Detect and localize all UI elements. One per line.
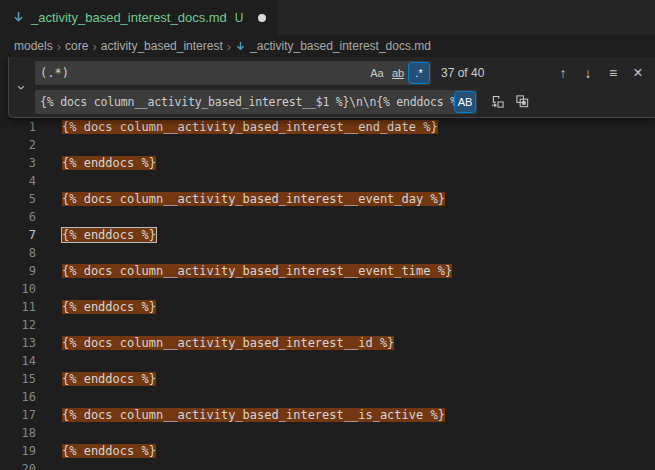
code-line[interactable]: 10	[0, 280, 655, 298]
line-text[interactable]: {% enddocs %}	[62, 226, 157, 244]
line-number: 11	[0, 298, 36, 316]
line-number: 16	[0, 388, 36, 406]
code-line[interactable]: 20	[0, 460, 655, 470]
chevron-right-icon: ›	[227, 39, 231, 54]
find-match-highlight: {% enddocs %}	[62, 372, 156, 386]
line-text[interactable]: {% enddocs %}	[62, 154, 156, 172]
code-line[interactable]: 5{% docs column__activity_based_interest…	[0, 190, 655, 208]
line-number: 20	[0, 460, 36, 470]
line-text[interactable]: {% docs column__activity_based_interest_…	[62, 334, 394, 352]
editor: › Aa ab .* 37 of 40 ↑ ↓ ≡ × AB	[0, 57, 655, 470]
line-text[interactable]: {% enddocs %}	[62, 370, 156, 388]
code-line[interactable]: 12	[0, 316, 655, 334]
replace-row: AB	[35, 90, 649, 114]
match-case-toggle[interactable]: Aa	[367, 63, 387, 83]
code-line[interactable]: 4	[0, 172, 655, 190]
unsaved-changes-dot-icon[interactable]	[258, 14, 266, 22]
find-match-highlight: {% enddocs %}	[62, 228, 156, 242]
selection-icon: ≡	[609, 65, 617, 81]
text-cursor	[156, 228, 158, 243]
line-number: 18	[0, 424, 36, 442]
replace-all-icon	[515, 94, 530, 109]
find-match-highlight: {% enddocs %}	[62, 444, 156, 458]
find-match-highlight: {% docs column__activity_based_interest_…	[62, 408, 445, 422]
replace-all-button[interactable]	[511, 91, 533, 113]
breadcrumb-item-file[interactable]: _activity_based_interest_docs.md	[235, 39, 431, 53]
line-number: 9	[0, 262, 36, 280]
replace-input[interactable]	[35, 95, 454, 109]
toggle-replace-button[interactable]: ›	[9, 57, 35, 117]
line-number: 19	[0, 442, 36, 460]
close-find-button[interactable]: ×	[627, 62, 649, 84]
code-line[interactable]: 19{% enddocs %}	[0, 442, 655, 460]
next-match-button[interactable]: ↓	[577, 62, 599, 84]
line-number: 6	[0, 208, 36, 226]
code-line[interactable]: 11{% enddocs %}	[0, 298, 655, 316]
line-number: 10	[0, 280, 36, 298]
match-count: 37 of 40	[441, 66, 484, 80]
code-line[interactable]: 7{% enddocs %}	[0, 226, 655, 244]
code-line[interactable]: 15{% enddocs %}	[0, 370, 655, 388]
line-number: 15	[0, 370, 36, 388]
markdown-file-icon	[235, 41, 246, 52]
arrow-up-icon: ↑	[560, 65, 567, 81]
code-line[interactable]: 13{% docs column__activity_based_interes…	[0, 334, 655, 352]
line-text[interactable]: {% docs column__activity_based_interest_…	[62, 406, 445, 424]
code-line[interactable]: 14	[0, 352, 655, 370]
line-text[interactable]: {% docs column__activity_based_interest_…	[62, 190, 445, 208]
find-match-highlight: {% docs column__activity_based_interest_…	[62, 264, 452, 278]
code-line[interactable]: 9{% docs column__activity_based_interest…	[0, 262, 655, 280]
line-text[interactable]: {% docs column__activity_based_interest_…	[62, 118, 438, 136]
line-text[interactable]: {% enddocs %}	[62, 298, 156, 316]
find-input[interactable]	[35, 66, 366, 80]
preserve-case-toggle[interactable]: AB	[455, 92, 475, 112]
code-line[interactable]: 6	[0, 208, 655, 226]
tab-title: _activity_based_interest_docs.md	[31, 10, 227, 25]
code-line[interactable]: 8	[0, 244, 655, 262]
find-replace-widget: › Aa ab .* 37 of 40 ↑ ↓ ≡ × AB	[8, 57, 655, 118]
replace-button[interactable]	[486, 91, 508, 113]
find-match-highlight: {% docs column__activity_based_interest_…	[62, 336, 394, 350]
find-match-highlight: {% enddocs %}	[62, 156, 156, 170]
find-match-highlight: {% enddocs %}	[62, 300, 156, 314]
replace-icon	[490, 94, 505, 109]
find-in-selection-button[interactable]: ≡	[602, 62, 624, 84]
code-line[interactable]: 17{% docs column__activity_based_interes…	[0, 406, 655, 424]
arrow-down-icon: ↓	[585, 65, 592, 81]
regex-toggle[interactable]: .*	[409, 63, 429, 83]
line-text[interactable]: {% enddocs %}	[62, 442, 156, 460]
code-line[interactable]: 18	[0, 424, 655, 442]
find-input-box: Aa ab .*	[35, 61, 431, 85]
code-line[interactable]: 16	[0, 388, 655, 406]
chevron-right-icon: ›	[57, 39, 61, 54]
line-number: 17	[0, 406, 36, 424]
code-lines[interactable]: 1{% docs column__activity_based_interest…	[0, 57, 655, 470]
close-icon: ×	[633, 64, 642, 82]
line-number: 12	[0, 316, 36, 334]
code-line[interactable]: 1{% docs column__activity_based_interest…	[0, 118, 655, 136]
whole-word-toggle[interactable]: ab	[388, 63, 408, 83]
breadcrumb-item-models[interactable]: models	[14, 39, 53, 53]
code-line[interactable]: 3{% enddocs %}	[0, 154, 655, 172]
breadcrumb-file-label: _activity_based_interest_docs.md	[250, 39, 431, 53]
breadcrumb-item-activity-based-interest[interactable]: activity_based_interest	[101, 39, 223, 53]
chevron-right-icon: ›	[92, 39, 96, 54]
tab-activity-based-interest-docs[interactable]: _activity_based_interest_docs.md U	[0, 0, 279, 35]
line-number: 2	[0, 136, 36, 154]
code-line[interactable]: 2	[0, 136, 655, 154]
chevron-down-icon: ›	[15, 85, 30, 90]
line-number: 8	[0, 244, 36, 262]
git-untracked-badge: U	[235, 11, 244, 25]
line-number: 14	[0, 352, 36, 370]
breadcrumb: models › core › activity_based_interest …	[0, 35, 655, 57]
find-match-highlight: {% docs column__activity_based_interest_…	[62, 192, 445, 206]
line-text[interactable]: {% docs column__activity_based_interest_…	[62, 262, 452, 280]
markdown-file-icon	[12, 11, 25, 24]
tab-bar: _activity_based_interest_docs.md U	[0, 0, 655, 35]
previous-match-button[interactable]: ↑	[552, 62, 574, 84]
line-number: 1	[0, 118, 36, 136]
line-number: 4	[0, 172, 36, 190]
find-match-highlight: {% docs column__activity_based_interest_…	[62, 120, 438, 134]
line-number: 3	[0, 154, 36, 172]
breadcrumb-item-core[interactable]: core	[65, 39, 88, 53]
